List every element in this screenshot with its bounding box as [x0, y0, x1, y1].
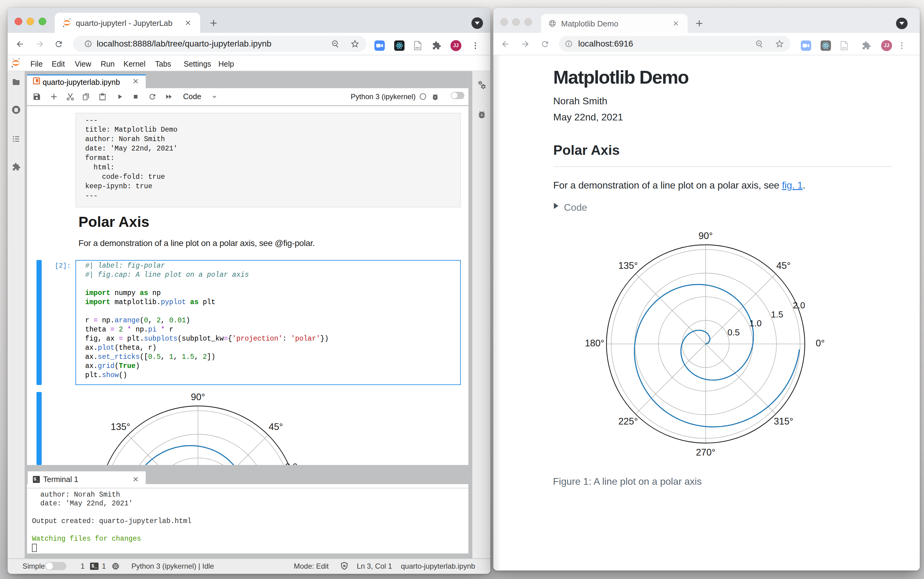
svg-text:135°: 135° [111, 422, 130, 432]
svg-text:1.0: 1.0 [749, 318, 762, 328]
svg-text:1.5: 1.5 [771, 309, 783, 319]
svg-text:45°: 45° [269, 422, 283, 432]
svg-text:2.0: 2.0 [793, 301, 805, 310]
svg-text:0.5: 0.5 [728, 327, 740, 337]
svg-text:180°: 180° [585, 338, 604, 348]
svg-text:225°: 225° [618, 416, 638, 427]
svg-text:270°: 270° [696, 447, 715, 458]
svg-text:45°: 45° [777, 260, 791, 271]
svg-text:2.0: 2.0 [285, 461, 298, 465]
svg-text:0°: 0° [816, 338, 825, 348]
svg-text:90°: 90° [698, 231, 713, 241]
svg-text:315°: 315° [774, 416, 793, 427]
svg-text:90°: 90° [191, 392, 205, 402]
svg-text:135°: 135° [618, 260, 638, 271]
